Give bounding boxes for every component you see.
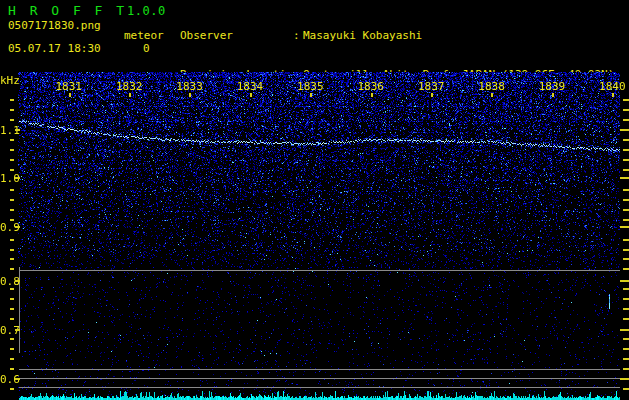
freq-minor-tick-right	[623, 159, 629, 161]
freq-minor-tick-left	[10, 388, 14, 390]
app-title: H R O F F T	[8, 3, 127, 18]
freq-minor-tick-left	[10, 358, 14, 360]
freq-minor-tick-left	[10, 159, 14, 161]
freq-minor-tick-left	[10, 109, 14, 111]
info-separator: :	[293, 29, 303, 42]
freq-minor-tick-left	[10, 298, 14, 300]
freq-minor-tick-right	[623, 139, 629, 141]
time-tick-label: 1839	[539, 80, 566, 93]
freq-major-tick-left	[15, 177, 20, 179]
freq-minor-tick-left	[10, 258, 14, 260]
freq-minor-tick-right	[623, 258, 629, 260]
freq-minor-tick-right	[623, 109, 629, 111]
freq-minor-tick-right	[623, 249, 629, 251]
time-tick-mark	[612, 93, 614, 97]
freq-minor-tick-right	[623, 298, 629, 300]
freq-minor-tick-right	[623, 119, 629, 121]
time-tick-mark	[431, 93, 433, 97]
freq-minor-tick-left	[10, 288, 14, 290]
freq-major-tick-right	[620, 226, 629, 228]
time-tick-mark	[310, 93, 312, 97]
freq-minor-tick-left	[10, 209, 14, 211]
freq-minor-tick-left	[10, 239, 14, 241]
freq-minor-tick-right	[623, 189, 629, 191]
freq-minor-tick-left	[10, 249, 14, 251]
freq-minor-tick-right	[623, 388, 629, 390]
observation-datetime: 05.07.17 18:30	[8, 42, 101, 55]
freq-major-tick-left	[15, 226, 20, 228]
time-tick-label: 1835	[297, 80, 324, 93]
freq-minor-tick-left	[10, 99, 14, 101]
meteor-count-value: 0	[143, 42, 150, 55]
freq-minor-tick-left	[10, 119, 14, 121]
freq-tick-label: 1.1	[0, 124, 15, 137]
freq-major-tick-left	[15, 129, 20, 131]
time-tick-label: 1831	[56, 80, 83, 93]
freq-minor-tick-right	[623, 239, 629, 241]
freq-minor-tick-left	[10, 318, 14, 320]
time-tick-mark	[129, 93, 131, 97]
freq-tick-label: 0.8	[0, 275, 15, 288]
freq-tick-label: 0.6	[0, 373, 15, 386]
time-tick-label: 1836	[358, 80, 385, 93]
freq-minor-tick-left	[10, 308, 14, 310]
freq-minor-tick-left	[10, 169, 14, 171]
freq-major-tick-right	[620, 280, 629, 282]
freq-minor-tick-right	[623, 209, 629, 211]
info-row-observer: Observer:Masayuki Kobayashi	[180, 29, 614, 42]
freq-minor-tick-right	[623, 368, 629, 370]
freq-minor-tick-right	[623, 169, 629, 171]
time-tick-mark	[491, 93, 493, 97]
time-tick-mark	[189, 93, 191, 97]
freq-minor-tick-left	[10, 189, 14, 191]
freq-minor-tick-right	[623, 288, 629, 290]
freq-minor-tick-left	[10, 199, 14, 201]
freq-minor-tick-right	[623, 338, 629, 340]
freq-major-tick-right	[620, 177, 629, 179]
freq-minor-tick-left	[10, 368, 14, 370]
freq-tick-label: 0.9	[0, 221, 15, 234]
time-tick-mark	[371, 93, 373, 97]
freq-major-tick-left	[15, 280, 20, 282]
freq-minor-tick-left	[10, 219, 14, 221]
time-tick-mark	[552, 93, 554, 97]
freq-minor-tick-right	[623, 318, 629, 320]
freq-minor-tick-left	[10, 268, 14, 270]
time-tick-label: 1832	[116, 80, 143, 93]
frequency-axis-unit-label: kHz	[0, 74, 20, 87]
output-filename: 0507171830.png	[8, 19, 101, 32]
freq-minor-tick-left	[10, 139, 14, 141]
freq-tick-label: 0.7	[0, 324, 15, 337]
freq-minor-tick-left	[10, 348, 14, 350]
time-tick-label: 1833	[176, 80, 203, 93]
freq-minor-tick-right	[623, 149, 629, 151]
meteor-count-label: meteor	[124, 29, 164, 42]
freq-major-tick-left	[15, 329, 20, 331]
time-tick-label: 1834	[237, 80, 264, 93]
time-tick-mark	[250, 93, 252, 97]
info-value: Masayuki Kobayashi	[303, 29, 422, 42]
freq-tick-label: 1.0	[0, 172, 15, 185]
time-tick-label: 1838	[478, 80, 505, 93]
freq-major-tick-left	[15, 378, 20, 380]
freq-major-tick-right	[620, 129, 629, 131]
info-label: Observer	[180, 29, 293, 42]
freq-minor-tick-right	[623, 348, 629, 350]
freq-minor-tick-left	[10, 149, 14, 151]
spectrogram-canvas	[18, 72, 620, 400]
freq-minor-tick-right	[623, 358, 629, 360]
freq-minor-tick-right	[623, 219, 629, 221]
freq-minor-tick-right	[623, 199, 629, 201]
freq-minor-tick-right	[623, 268, 629, 270]
freq-major-tick-right	[620, 329, 629, 331]
freq-minor-tick-right	[623, 308, 629, 310]
time-tick-mark	[69, 93, 71, 97]
app-version: 1.0.0	[127, 4, 166, 18]
freq-minor-tick-right	[623, 99, 629, 101]
freq-minor-tick-left	[10, 338, 14, 340]
hrofft-screen: H R O F F T 1.0.0 0507171830.png 05.07.1…	[0, 0, 629, 400]
time-tick-label: 1840	[599, 80, 626, 93]
time-tick-label: 1837	[418, 80, 445, 93]
freq-major-tick-right	[620, 378, 629, 380]
